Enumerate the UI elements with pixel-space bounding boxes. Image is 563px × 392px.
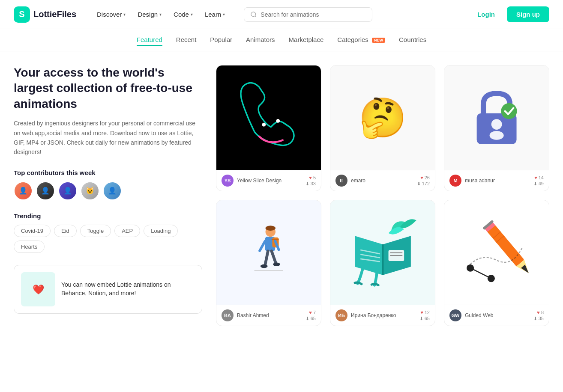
logo-text: LottieFiles xyxy=(33,9,76,19)
sub-nav-categories[interactable]: Categories NEW xyxy=(337,34,385,46)
svg-point-4 xyxy=(262,123,266,127)
svg-line-15 xyxy=(265,251,268,265)
svg-point-18 xyxy=(273,262,280,266)
svg-point-9 xyxy=(501,103,517,119)
sub-nav-recent[interactable]: Recent xyxy=(176,34,197,46)
search-input[interactable] xyxy=(261,11,366,18)
card-preview-6 xyxy=(444,200,549,305)
nav-design[interactable]: Design ▾ xyxy=(132,7,167,21)
card-6[interactable]: GW Guided Web ♥ 8 ⬇ 35 xyxy=(444,200,549,326)
top-contributors-title: Top contributors this week xyxy=(14,169,202,176)
card-preview-5 xyxy=(330,200,435,305)
tag-toggle[interactable]: Toggle xyxy=(80,225,111,237)
promo-card[interactable]: ❤️ You can now embed Lottie animations o… xyxy=(14,265,202,314)
card-author-3: musa adanur xyxy=(465,178,530,184)
card-3[interactable]: M musa adanur ♥ 14 ⬇ 49 xyxy=(444,65,549,191)
card-stats-5: ♥ 12 ⬇ 65 xyxy=(419,310,430,321)
chevron-down-icon: ▾ xyxy=(223,12,225,17)
promo-thumbnail: ❤️ xyxy=(21,272,55,306)
card-preview-2: 🤔 xyxy=(330,65,435,170)
hero-description: Created by ingenious designers for your … xyxy=(14,119,202,157)
card-preview-4 xyxy=(216,200,321,305)
card-footer-3: M musa adanur ♥ 14 ⬇ 49 xyxy=(444,170,549,191)
card-author-4: Bashir Ahmed xyxy=(237,312,302,318)
card-author-1: Yellow Slice Design xyxy=(237,178,302,184)
trending-title: Trending xyxy=(14,212,202,220)
card-4[interactable]: BA Bashir Ahmed ♥ 7 ⬇ 65 xyxy=(216,200,321,326)
card-stats-6: ♥ 8 ⬇ 35 xyxy=(533,310,544,321)
header-actions: Login Sign up xyxy=(470,6,549,22)
sub-nav-featured[interactable]: Featured xyxy=(137,34,162,46)
card-preview-3 xyxy=(444,65,549,170)
promo-text: You can now embed Lottie animations on B… xyxy=(61,281,195,297)
sub-nav: Featured Recent Popular Animators Market… xyxy=(0,29,563,51)
card-footer-5: ИБ Ирина Бондаренко ♥ 12 ⬇ 65 xyxy=(330,305,435,326)
card-author-5: Ирина Бондаренко xyxy=(351,312,416,318)
card-2[interactable]: 🤔 E emaro ♥ 26 ⬇ 172 xyxy=(330,65,435,191)
card-author-2: emaro xyxy=(351,178,413,184)
nav-code[interactable]: Code ▾ xyxy=(168,7,198,21)
avatar[interactable]: 👤 xyxy=(14,181,33,200)
avatar[interactable]: 👤 xyxy=(58,181,77,200)
card-stats-2: ♥ 26 ⬇ 172 xyxy=(417,175,430,187)
login-button[interactable]: Login xyxy=(470,7,502,21)
card-stats-4: ♥ 7 ⬇ 65 xyxy=(305,310,316,321)
trending-tags: Covid-19 Eid Toggle AEP Loading Hearts xyxy=(14,225,202,253)
nav-discover[interactable]: Discover ▾ xyxy=(92,7,131,21)
tag-covid[interactable]: Covid-19 xyxy=(14,225,51,237)
svg-rect-32 xyxy=(486,224,524,267)
main-nav: Discover ▾ Design ▾ Code ▾ Learn ▾ xyxy=(92,7,230,21)
sub-nav-countries[interactable]: Countries xyxy=(399,34,426,46)
card-stats-1: ♥ 5 ⬇ 33 xyxy=(305,175,316,187)
svg-point-8 xyxy=(489,131,503,140)
avatars-row: 👤 👤 👤 🐱 👤 xyxy=(14,181,202,200)
avatar[interactable]: 👤 xyxy=(36,181,55,200)
tag-aep[interactable]: AEP xyxy=(114,225,140,237)
card-footer-1: YS Yellow Slice Design ♥ 5 ⬇ 33 xyxy=(216,170,321,191)
tag-loading[interactable]: Loading xyxy=(144,225,178,237)
tag-hearts[interactable]: Hearts xyxy=(14,241,45,253)
svg-line-1 xyxy=(255,16,256,17)
card-footer-4: BA Bashir Ahmed ♥ 7 ⬇ 65 xyxy=(216,305,321,326)
left-panel: Your access to the world's largest colle… xyxy=(14,65,202,326)
svg-point-11 xyxy=(265,226,275,231)
chevron-down-icon: ▾ xyxy=(123,12,126,17)
card-avatar-4: BA xyxy=(222,309,234,321)
card-footer-2: E emaro ♥ 26 ⬇ 172 xyxy=(330,170,435,191)
signup-button[interactable]: Sign up xyxy=(507,6,549,22)
card-avatar-6: GW xyxy=(449,309,461,321)
svg-point-7 xyxy=(491,119,502,130)
logo-icon: S xyxy=(14,6,30,23)
card-preview-1 xyxy=(216,65,321,170)
svg-point-17 xyxy=(261,264,268,268)
sub-nav-popular[interactable]: Popular xyxy=(210,34,232,46)
card-1[interactable]: YS Yellow Slice Design ♥ 5 ⬇ 33 xyxy=(216,65,321,191)
card-footer-6: GW Guided Web ♥ 8 ⬇ 35 xyxy=(444,305,549,326)
avatar[interactable]: 🐱 xyxy=(81,181,99,200)
new-badge: NEW xyxy=(372,38,385,43)
card-avatar-5: ИБ xyxy=(335,309,347,321)
tag-eid[interactable]: Eid xyxy=(54,225,77,237)
avatar[interactable]: 👤 xyxy=(103,181,122,200)
chevron-down-icon: ▾ xyxy=(159,12,162,17)
svg-line-19 xyxy=(260,241,265,251)
search-icon xyxy=(250,11,257,18)
logo[interactable]: S LottieFiles xyxy=(14,6,76,23)
svg-point-5 xyxy=(276,119,280,123)
search-bar[interactable] xyxy=(244,7,372,22)
card-avatar-2: E xyxy=(335,175,347,187)
svg-line-31 xyxy=(470,268,491,279)
card-stats-3: ♥ 14 ⬇ 49 xyxy=(533,175,544,187)
svg-line-16 xyxy=(272,251,276,264)
hero-title: Your access to the world's largest colle… xyxy=(14,65,202,112)
chevron-down-icon: ▾ xyxy=(191,12,193,17)
svg-point-0 xyxy=(251,12,256,17)
card-5[interactable]: ИБ Ирина Бондаренко ♥ 12 ⬇ 65 xyxy=(330,200,435,326)
svg-text:❤️: ❤️ xyxy=(33,284,45,295)
nav-learn[interactable]: Learn ▾ xyxy=(200,7,230,21)
card-avatar-3: M xyxy=(449,175,461,187)
animation-grid: YS Yellow Slice Design ♥ 5 ⬇ 33 🤔 E xyxy=(216,65,549,326)
card-avatar-1: YS xyxy=(222,175,234,187)
sub-nav-animators[interactable]: Animators xyxy=(246,34,275,46)
sub-nav-marketplace[interactable]: Marketplace xyxy=(289,34,324,46)
